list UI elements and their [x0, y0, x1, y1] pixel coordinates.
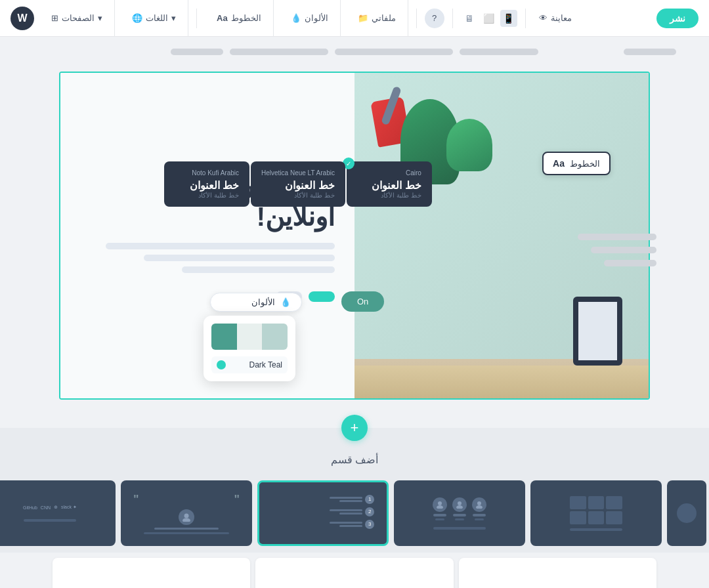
- bottom-card-1: [459, 558, 656, 588]
- logo-icon[interactable]: W: [11, 7, 34, 30]
- logos-line: [24, 519, 76, 522]
- person2: [452, 497, 467, 520]
- publish-button[interactable]: نشر: [656, 9, 698, 28]
- bottom-row: [0, 553, 709, 588]
- testimonial-name-line: [154, 528, 218, 530]
- template-thumb-partial-left[interactable]: [667, 480, 706, 546]
- name-line2: [453, 514, 466, 516]
- template-thumb-logos[interactable]: ✦ slack ⊕ CNN GitHub: [0, 480, 116, 546]
- color-swatch-1[interactable]: [262, 324, 288, 350]
- name-line1: [473, 514, 486, 516]
- testimonial-avatar: [179, 509, 194, 525]
- svg-point-4: [438, 501, 442, 505]
- step-num2: 2: [365, 507, 374, 516]
- person3: [433, 497, 447, 520]
- templates-row: 1 2 3: [0, 480, 709, 553]
- tablet-icon[interactable]: ⬜: [481, 10, 498, 27]
- marble-surface: [354, 366, 649, 398]
- step-line2a: [330, 509, 362, 511]
- hero-text-line2: [144, 255, 335, 261]
- separator2: [416, 9, 417, 28]
- gallery-grid: [570, 496, 622, 524]
- top-placeholder-1: [460, 49, 538, 55]
- fonts-header-popup[interactable]: Aa الخطوط: [542, 152, 611, 175]
- help-button[interactable]: ?: [425, 9, 444, 28]
- step-line3b: [339, 525, 362, 527]
- languages-dropdown[interactable]: 🌐 اللغات ▾: [127, 10, 181, 26]
- svg-point-6: [184, 513, 189, 518]
- logo-cnn: CNN: [41, 505, 51, 510]
- avatar3: [433, 497, 447, 512]
- person1: [472, 497, 486, 520]
- template-thumb-steps[interactable]: 1 2 3: [257, 480, 389, 546]
- template-thumb-team[interactable]: [394, 480, 525, 546]
- top-placeholder-2: [335, 49, 453, 55]
- font-card-noto[interactable]: Noto Kufi Arabic خط العنوان خط طلبة الأك…: [164, 161, 249, 207]
- desktop-icon[interactable]: 🖥: [461, 10, 478, 27]
- sub-line2: [455, 518, 464, 520]
- step-row2: 2: [272, 507, 375, 516]
- template-thumb-testimonial[interactable]: " ": [121, 480, 252, 546]
- chevron-down-icon: ▾: [98, 13, 102, 23]
- device-switcher: 🖥 ⬜ 📱: [461, 10, 517, 27]
- palette-icon: 💧: [291, 13, 301, 23]
- svg-point-1: [476, 505, 483, 509]
- active-color-row[interactable]: Dark Teal: [211, 356, 288, 373]
- colors-dropdown[interactable]: 💧 الألوان: [286, 10, 333, 26]
- mobile-icon[interactable]: 📱: [500, 10, 517, 27]
- preview-button[interactable]: 👁 معاينة: [534, 10, 577, 26]
- svg-point-7: [183, 518, 190, 522]
- color-swatches: [211, 324, 288, 350]
- chevron-down-icon2: ▾: [171, 13, 176, 23]
- avatar2: [452, 497, 467, 512]
- eye-icon: 👁: [539, 13, 548, 23]
- quote-close-icon: ": [133, 493, 139, 507]
- font-selector-popup: ✓ Cairo خط العنوان خط طلبة الأكاد Helvet…: [164, 161, 432, 207]
- pages-dropdown[interactable]: ⊞ الصفحات ▾: [46, 10, 108, 26]
- sub-line3: [435, 518, 444, 520]
- canvas-right-bar1: [578, 234, 656, 240]
- bottom-card-2: [255, 558, 453, 588]
- step-line2b: [339, 513, 362, 514]
- fonts-dropdown[interactable]: Aa الخطوط: [211, 10, 267, 26]
- font-card-cairo[interactable]: ✓ Cairo خط العنوان خط طلبة الأكاد: [347, 161, 432, 207]
- svg-point-0: [477, 501, 481, 505]
- add-section-bar: + أضف قسم: [0, 428, 709, 480]
- fonts-group: Aa الخطوط: [205, 0, 274, 36]
- bottom-card-3: [53, 558, 250, 588]
- gallery-item2: [588, 496, 605, 509]
- font-card-helvetica[interactable]: Helvetica Neue LT Arabic خط العنوان خط ط…: [251, 161, 345, 207]
- step-num1: 1: [365, 495, 374, 504]
- avatar1: [472, 497, 486, 512]
- active-color-dot: [217, 360, 226, 369]
- logo-icon1: ⊕: [54, 505, 58, 510]
- name-line3: [433, 514, 446, 516]
- color-swatch-3[interactable]: [211, 324, 237, 350]
- add-section-label: أضف قسم: [331, 453, 378, 466]
- folder-icon: 📁: [358, 13, 368, 23]
- on-button[interactable]: On: [341, 291, 384, 312]
- hero-text-line1: [106, 243, 335, 249]
- step-lines3: [330, 522, 362, 527]
- plant-round-decoration: [446, 119, 492, 171]
- team-row: [433, 497, 486, 520]
- svg-point-3: [456, 505, 463, 509]
- canvas-right-bar2: [591, 247, 656, 253]
- myfiles-group: 📁 ملفاتي: [346, 0, 408, 36]
- step-lines2: [330, 509, 362, 514]
- step-row3: 3: [272, 520, 375, 529]
- quote-open-icon: ": [234, 493, 240, 507]
- canvas-area: كبّر مشروعك أونلاين! Aa الخطوط ✓ Cairo خ…: [0, 37, 709, 428]
- colors-trigger-button[interactable]: 💧 الألوان: [210, 293, 302, 312]
- hero-primary-button[interactable]: [309, 291, 335, 302]
- right-placeholder-1: [624, 49, 676, 55]
- gallery-item3: [570, 496, 586, 509]
- team-label-line: [433, 527, 486, 530]
- color-swatch-2[interactable]: [237, 324, 263, 350]
- sub-line1: [475, 518, 484, 520]
- logo-github: GitHub: [23, 505, 37, 510]
- add-section-plus-button[interactable]: +: [341, 415, 368, 441]
- colors-drop-icon: 💧: [280, 297, 291, 307]
- template-thumb-gallery[interactable]: [530, 480, 662, 546]
- myfiles-dropdown[interactable]: 📁 ملفاتي: [353, 10, 401, 26]
